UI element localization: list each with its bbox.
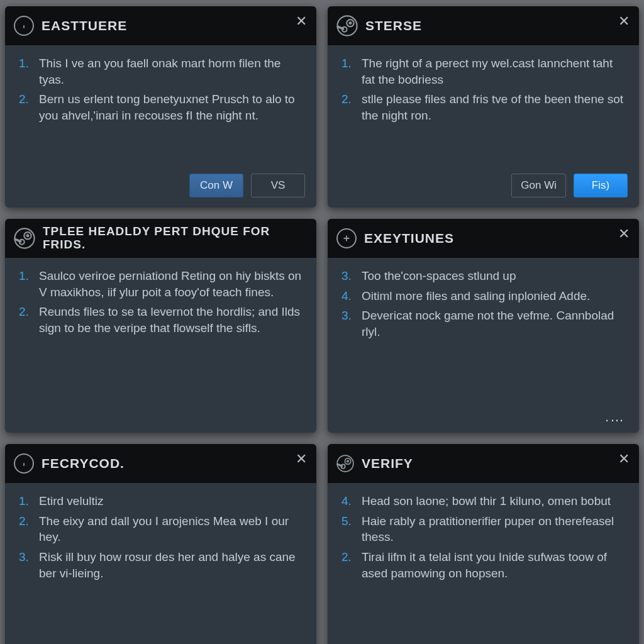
info-icon (14, 453, 34, 474)
dialog-d5: FECRYCOD.✕1.Etird velultiz2.The eixy and… (5, 444, 316, 644)
list-item: 3.Risk ill buy how rosur des her and hal… (19, 549, 303, 581)
secondary-button[interactable]: Fis) (574, 174, 628, 197)
dialog-body: 1.The right of a perect my wel.cast lann… (328, 45, 639, 167)
dialog-footer: Gon WiFis) (328, 167, 639, 208)
steam-icon (336, 15, 358, 36)
item-number: 3. (341, 268, 355, 284)
ellipsis-icon[interactable]: .… (328, 406, 639, 433)
close-icon: ✕ (296, 452, 307, 466)
dialog-title: TPLEE HEADLDY PERT DHQUE FOR FRIDS. (43, 225, 308, 252)
titlebar: VERIFY✕ (328, 444, 639, 483)
item-number: 4. (341, 288, 355, 304)
item-number: 1. (19, 55, 33, 87)
item-text: Saulco veriroe perniationd Reting on hiy… (39, 268, 303, 300)
dialog-body: 1.Saulco veriroe perniationd Reting on h… (5, 258, 316, 433)
item-text: The eixy and dall you I arojenics Mea we… (39, 513, 303, 545)
list-item: 2.Tirai lifm it a telal isnt you Inide s… (341, 549, 625, 581)
item-number: 3. (341, 308, 355, 340)
list-item: 4.Oitiml more files and saling inplonied… (341, 288, 625, 304)
item-number: 1. (19, 493, 33, 509)
close-icon: ✕ (296, 14, 307, 28)
item-number: 1. (19, 268, 33, 300)
list-item: 2.Bern us erlent tong benetyuxnet Prusch… (19, 91, 303, 123)
plus-icon (336, 228, 357, 248)
item-number: 1. (341, 55, 355, 87)
dialog-title: EXEYTIUNES (364, 231, 454, 245)
item-number: 5. (341, 513, 355, 545)
titlebar: FECRYCOD.✕ (5, 444, 316, 483)
list-item: 1.Etird velultiz (19, 493, 303, 509)
close-icon: ✕ (618, 14, 630, 28)
item-number: 3. (19, 549, 33, 581)
secondary-button[interactable]: VS (251, 174, 305, 197)
list-item: 1.The right of a perect my wel.cast lann… (341, 55, 625, 87)
dialog-body: 3.Too the'con-spaces stlund up4.Oitiml m… (328, 258, 639, 406)
svg-point-4 (348, 21, 352, 25)
item-text: Bern us erlent tong benetyuxnet Prusch t… (39, 91, 303, 123)
dialog-body: 1.Etird velultiz2.The eixy and dall you … (5, 483, 316, 643)
list-item: 5.Haie rably a pratitionerifier puper on… (341, 513, 625, 545)
dialog-title: EASTTUERE (42, 18, 127, 33)
item-number: 4. (341, 493, 355, 509)
item-number: 2. (19, 91, 33, 123)
close-icon: ✕ (618, 452, 630, 466)
svg-point-16 (347, 460, 349, 462)
instruction-list: 1.This I ve an you faell onak mart horm … (19, 55, 303, 124)
item-text: Reunds files to se ta levernot the hordl… (39, 304, 303, 336)
dialog-title: FECRYCOD. (42, 456, 125, 470)
instruction-list: 1.Etird velultiz2.The eixy and dall you … (19, 493, 303, 581)
close-button[interactable]: ✕ (615, 13, 633, 30)
list-item: 4.Head son laone; bowl thir 1 kiluno, om… (341, 493, 625, 509)
primary-button[interactable]: Gon Wi (511, 174, 566, 197)
dialog-d3: TPLEE HEADLDY PERT DHQUE FOR FRIDS.1.Sau… (5, 219, 316, 433)
close-button[interactable]: ✕ (292, 13, 310, 30)
titlebar: TPLEE HEADLDY PERT DHQUE FOR FRIDS. (5, 219, 316, 258)
item-text: Oitiml more files and saling inplonied A… (362, 288, 590, 304)
svg-point-8 (26, 234, 29, 237)
item-text: Too the'con-spaces stlund up (362, 268, 516, 284)
list-item: 1.This I ve an you faell onak mart horm … (19, 55, 303, 87)
item-text: Tirai lifm it a telal isnt you Inide suf… (362, 549, 625, 581)
dialog-d1: EASTTUERE✕1.This I ve an you faell onak … (5, 6, 316, 208)
item-number: 2. (341, 91, 355, 123)
dialog-d2: STERSE✕1.The right of a perect my wel.ca… (328, 6, 639, 208)
dialog-title: VERIFY (362, 456, 413, 470)
list-item: 2.stlle please files and fris tve of the… (341, 91, 625, 123)
item-number: 2. (341, 549, 355, 581)
list-item: 1.Saulco veriroe perniationd Reting on h… (19, 268, 303, 300)
item-text: This I ve an you faell onak mart horm fi… (39, 55, 303, 87)
item-text: Etird velultiz (39, 493, 103, 509)
list-item: 2.Reunds files to se ta levernot the hor… (19, 304, 303, 336)
item-text: Head son laone; bowl thir 1 kiluno, omen… (362, 493, 611, 509)
list-item: 2.The eixy and dall you I arojenics Mea … (19, 513, 303, 545)
steam-icon (336, 455, 354, 472)
dialog-body: 4.Head son laone; bowl thir 1 kiluno, om… (328, 483, 639, 644)
list-item: 3.Devericat nock game not the vefme. Can… (341, 308, 625, 340)
titlebar: EXEYTIUNES✕ (328, 219, 639, 258)
titlebar: EASTTUERE✕ (5, 6, 316, 45)
close-icon: ✕ (618, 227, 630, 241)
dialog-d6: VERIFY✕4.Head son laone; bowl thir 1 kil… (328, 444, 639, 644)
list-item: 3.Too the'con-spaces stlund up (341, 268, 625, 284)
steam-icon (14, 228, 35, 249)
dialog-footer: Con WVS (5, 167, 316, 208)
close-button[interactable]: ✕ (615, 225, 633, 243)
instruction-list: 1.Saulco veriroe perniationd Reting on h… (19, 268, 303, 336)
dialog-title: STERSE (365, 18, 422, 33)
close-button[interactable]: ✕ (292, 450, 310, 468)
primary-button[interactable]: Con W (189, 174, 243, 197)
dialog-body: 1.This I ve an you faell onak mart horm … (5, 45, 316, 167)
item-text: stlle please files and fris tve of the b… (362, 91, 625, 123)
instruction-list: 1.The right of a perect my wel.cast lann… (341, 55, 625, 124)
item-text: Devericat nock game not the vefme. Cannb… (362, 308, 625, 340)
item-text: The right of a perect my wel.cast lannch… (362, 55, 625, 87)
item-text: Risk ill buy how rosur des her and halye… (39, 549, 303, 581)
instruction-list: 3.Too the'con-spaces stlund up4.Oitiml m… (341, 268, 625, 340)
item-number: 2. (19, 513, 33, 545)
titlebar: STERSE✕ (328, 6, 639, 45)
item-number: 2. (19, 304, 33, 336)
instruction-list: 4.Head son laone; bowl thir 1 kiluno, om… (341, 493, 625, 581)
info-icon (14, 16, 34, 36)
item-text: Haie rably a pratitionerifier puper on t… (362, 513, 625, 545)
close-button[interactable]: ✕ (615, 450, 633, 468)
